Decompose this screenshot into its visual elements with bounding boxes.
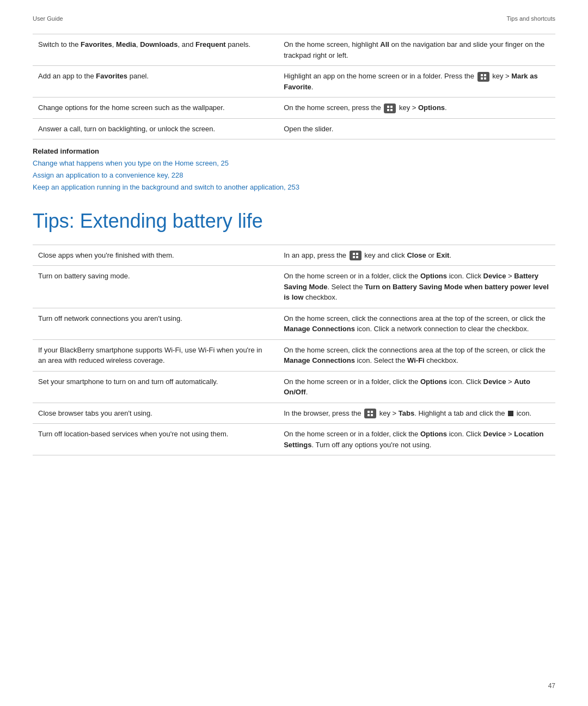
key-icon: [477, 72, 489, 82]
instruction-cell: Highlight an app on the home screen or i…: [278, 66, 555, 98]
square-icon: [508, 411, 513, 416]
instruction-cell: On the home screen, press the key > Opti…: [278, 98, 555, 119]
key-icon: [384, 104, 396, 113]
battery-table: Close apps when you're finished with the…: [33, 245, 555, 456]
header-right: Tips and shortcuts: [507, 15, 555, 22]
action-cell: Add an app to the Favorites panel.: [33, 66, 278, 98]
action-cell: Answer a call, turn on backlighting, or …: [33, 118, 278, 139]
table-row: Answer a call, turn on backlighting, or …: [33, 118, 555, 139]
related-link[interactable]: Keep an application running in the backg…: [33, 181, 555, 193]
instruction-cell: Open the slider.: [278, 118, 555, 139]
related-link[interactable]: Assign an application to a convenience k…: [33, 169, 555, 181]
action-cell: Close apps when you're finished with the…: [33, 245, 278, 266]
table-row: Switch to the Favorites, Media, Download…: [33, 34, 555, 66]
action-cell: Turn off network connections you aren't …: [33, 308, 278, 339]
table-row: Close browser tabs you aren't using. In …: [33, 403, 555, 424]
table-row: Close apps when you're finished with the…: [33, 245, 555, 266]
key-icon: [364, 409, 376, 418]
action-cell: Switch to the Favorites, Media, Download…: [33, 34, 278, 66]
action-cell: Turn on battery saving mode.: [33, 266, 278, 308]
page: User Guide Tips and shortcuts Switch to …: [0, 0, 588, 706]
action-cell: Change options for the home screen such …: [33, 98, 278, 119]
table-row: Add an app to the Favorites panel. Highl…: [33, 66, 555, 98]
key-icon: [350, 251, 362, 260]
action-cell: Close browser tabs you aren't using.: [33, 403, 278, 424]
table-row: Turn off network connections you aren't …: [33, 308, 555, 339]
instruction-cell: In an app, press the key and click Close…: [278, 245, 555, 266]
instruction-cell: On the home screen or in a folder, click…: [278, 424, 555, 455]
instruction-cell: On the home screen, highlight All on the…: [278, 34, 555, 66]
action-cell: If your BlackBerry smartphone supports W…: [33, 339, 278, 371]
instruction-cell: On the home screen, click the connection…: [278, 339, 555, 371]
instruction-cell: In the browser, press the key > Tabs. Hi…: [278, 403, 555, 424]
instruction-cell: On the home screen, click the connection…: [278, 308, 555, 339]
action-cell: Turn off location-based services when yo…: [33, 424, 278, 455]
table-row: Turn on battery saving mode. On the home…: [33, 266, 555, 308]
table-row: Change options for the home screen such …: [33, 98, 555, 119]
header-left: User Guide: [33, 15, 63, 22]
page-header: User Guide Tips and shortcuts: [33, 15, 555, 24]
instruction-cell: On the home screen or in a folder, click…: [278, 371, 555, 403]
table-row: Set your smartphone to turn on and turn …: [33, 371, 555, 403]
related-info-title: Related information: [33, 147, 555, 155]
action-cell: Set your smartphone to turn on and turn …: [33, 371, 278, 403]
related-info-section: Related information Change what happens …: [33, 147, 555, 193]
table-row: Turn off location-based services when yo…: [33, 424, 555, 455]
section-heading: Tips: Extending battery life: [33, 210, 555, 232]
page-number: 47: [548, 682, 555, 690]
table-row: If your BlackBerry smartphone supports W…: [33, 339, 555, 371]
instruction-cell: On the home screen or in a folder, click…: [278, 266, 555, 308]
top-table: Switch to the Favorites, Media, Download…: [33, 34, 555, 139]
related-link[interactable]: Change what happens when you type on the…: [33, 157, 555, 169]
